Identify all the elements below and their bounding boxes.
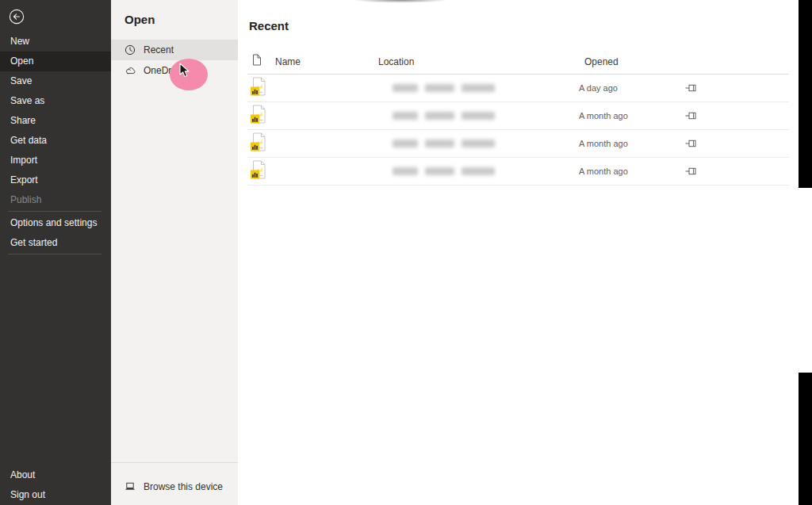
pin-icon[interactable] [684,138,698,149]
background-window-strip-top [799,0,812,188]
table-header-row: Name Location Opened [247,49,789,75]
file-menu-footer: About Sign out [0,465,111,505]
column-header-location: Location [378,56,579,67]
menu-item-about[interactable]: About [0,465,111,485]
redacted-file-location [393,167,579,175]
menu-item-new[interactable]: New [0,32,111,52]
menu-item-save[interactable]: Save [0,71,111,91]
menu-item-open[interactable]: Open [0,52,111,71]
browse-this-device-label: Browse this device [144,481,223,492]
background-window-strip-bottom [799,373,812,505]
menu-item-save-as[interactable]: Save as [0,91,111,111]
redacted-file-location [393,84,579,92]
powerbi-file-icon [247,160,275,182]
redacted-file-location [393,140,579,147]
open-source-label: OneDrive [144,65,184,76]
pin-icon[interactable] [684,166,698,177]
powerbi-file-icon [247,105,275,127]
opened-timestamp: A month ago [579,166,682,176]
recent-file-row[interactable]: A day ago [247,75,789,102]
opened-timestamp: A month ago [579,111,682,121]
laptop-icon [124,481,136,492]
menu-item-get-started[interactable]: Get started [0,233,111,253]
panel-title: Open [111,0,238,27]
menu-item-get-data[interactable]: Get data [0,131,111,151]
redacted-file-location [393,112,579,120]
pin-icon[interactable] [684,110,698,121]
column-header-name: Name [275,56,378,67]
open-panel: Open Recent OneDrive [111,0,238,505]
powerbi-file-icon [247,132,275,155]
clock-icon [124,44,136,55]
menu-item-export[interactable]: Export [0,170,111,190]
menu-item-import[interactable]: Import [0,151,111,170]
file-menu-sidebar: New Open Save Save as Share Get data Imp… [0,0,111,505]
open-sources-list: Recent OneDrive [111,40,238,81]
open-source-label: Recent [144,44,174,55]
opened-timestamp: A month ago [579,139,682,148]
back-arrow-icon [9,9,25,25]
back-button[interactable] [9,9,25,25]
menu-divider [8,211,102,212]
recent-file-row[interactable]: A month ago [247,102,789,130]
pin-icon[interactable] [684,82,698,94]
opened-timestamp: A day ago [579,83,682,93]
recent-heading: Recent [249,19,289,33]
recent-file-row[interactable]: A month ago [247,158,789,186]
menu-divider [8,254,102,254]
open-source-onedrive[interactable]: OneDrive [111,60,238,81]
document-icon [247,54,275,69]
file-menu-nav: New Open Save Save as Share Get data Imp… [0,32,111,254]
recent-files-table: Name Location Opened A da [247,49,789,186]
column-header-opened: Opened [579,56,682,67]
recent-file-row[interactable]: A month ago [247,130,789,158]
menu-item-options-and-settings[interactable]: Options and settings [0,213,111,233]
open-source-recent[interactable]: Recent [111,40,238,60]
menu-item-sign-out[interactable]: Sign out [0,485,111,505]
browse-this-device-button[interactable]: Browse this device [111,476,238,497]
menu-item-publish: Publish [0,190,111,210]
menu-item-share[interactable]: Share [0,111,111,131]
onedrive-cloud-icon [124,65,136,76]
panel-footer: Browse this device [111,462,238,505]
powerbi-file-icon [247,77,275,99]
recent-files-pane: Recent Name Location Opened [238,0,812,505]
